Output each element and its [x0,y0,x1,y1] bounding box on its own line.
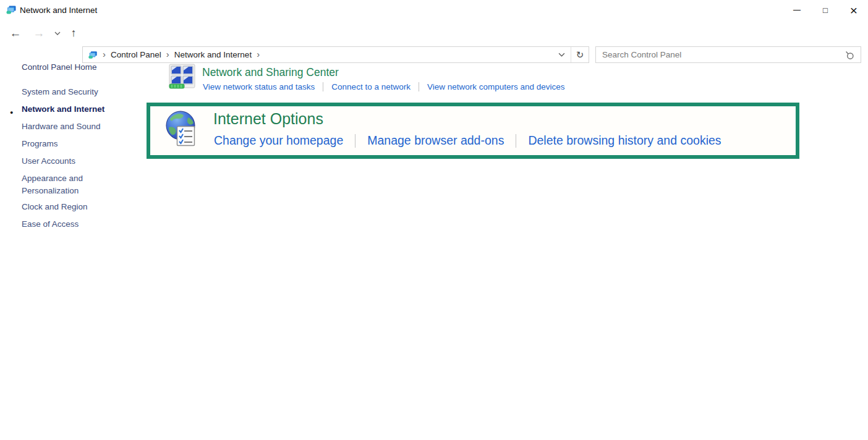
search-icon [845,50,854,60]
link-view-network-computers[interactable]: View network computers and devices [427,82,565,91]
internet-options-tasks: Change your homepage Manage browser add-… [214,133,721,148]
internet-options-highlight-box: Internet Options Change your homepage Ma… [147,103,799,159]
link-divider [419,82,419,91]
forward-button[interactable]: → [28,20,49,46]
title-bar: Network and Internet — □ × [0,0,868,20]
sidebar-item-programs[interactable]: Programs [22,138,58,150]
breadcrumb-chevron-icon[interactable]: › [252,49,265,61]
sidebar-item-network-and-internet[interactable]: Network and Internet ● [22,103,104,116]
sidebar-item-clock-and-region[interactable]: Clock and Region [22,201,88,213]
sidebar-item-system-and-security[interactable]: System and Security [22,86,98,98]
up-arrow-icon: ↑ [71,27,77,40]
window-title: Network and Internet [20,6,97,15]
network-sharing-center-tasks: View network status and tasks Connect to… [203,82,565,91]
sidebar-item-appearance-and-personalization[interactable]: Appearance and Personalization [22,172,116,197]
close-button[interactable]: × [840,0,868,20]
link-view-network-status[interactable]: View network status and tasks [203,82,315,91]
minimize-icon: — [793,6,801,14]
sidebar-item-ease-of-access[interactable]: Ease of Access [22,218,79,231]
breadcrumb-control-panel[interactable]: Control Panel [111,50,161,59]
address-history-dropdown[interactable] [553,47,571,62]
sidebar-item-user-accounts[interactable]: User Accounts [22,155,75,167]
maximize-button[interactable]: □ [811,0,840,20]
breadcrumb-chevron-icon[interactable]: › [161,49,174,61]
link-divider [516,134,516,148]
link-delete-browsing-history[interactable]: Delete browsing history and cookies [528,133,721,148]
sidebar-item-hardware-and-sound[interactable]: Hardware and Sound [22,121,101,133]
back-arrow-icon: ← [10,27,22,40]
section-title-internet-options[interactable]: Internet Options [213,110,323,128]
search-input[interactable] [596,47,845,62]
network-sharing-center-icon[interactable] [169,64,195,90]
close-icon: × [850,4,857,17]
section-title-network-sharing-center[interactable]: Network and Sharing Center [202,66,339,79]
link-change-your-homepage[interactable]: Change your homepage [214,133,343,148]
maximize-icon: □ [823,6,828,14]
search-box [595,46,861,63]
link-connect-to-network[interactable]: Connect to a network [331,82,411,91]
breadcrumb-network-and-internet[interactable]: Network and Internet [174,50,252,59]
up-button[interactable]: ↑ [64,20,83,46]
refresh-button[interactable]: ↻ [571,47,589,62]
sidebar-item-control-panel-home[interactable]: Control Panel Home [22,61,97,74]
back-button[interactable]: ← [5,20,26,46]
refresh-icon: ↻ [576,49,584,61]
sidebar-active-label: Network and Internet [22,104,104,114]
breadcrumb-chevron-icon[interactable]: › [98,49,111,61]
recent-locations-dropdown[interactable] [51,20,64,46]
internet-options-globe-icon[interactable] [164,110,201,148]
navigation-bar: ← → ↑ › Control Panel › Network and Inte… [0,20,868,46]
link-divider [323,82,323,91]
control-panel-app-icon [6,4,17,15]
minimize-button[interactable]: — [783,0,811,20]
link-divider [355,134,355,148]
chevron-down-icon [558,53,565,57]
control-panel-window: Network and Internet — □ × ← → ↑ › Contr… [0,0,868,440]
control-panel-breadcrumb-icon [88,50,98,60]
forward-arrow-icon: → [33,27,45,40]
address-bar[interactable]: › Control Panel › Network and Internet ›… [82,46,589,63]
active-item-bullet-icon: ● [10,106,13,119]
chevron-down-icon [54,32,61,35]
window-controls: — □ × [783,0,868,20]
link-manage-browser-add-ons[interactable]: Manage browser add-ons [367,133,504,148]
